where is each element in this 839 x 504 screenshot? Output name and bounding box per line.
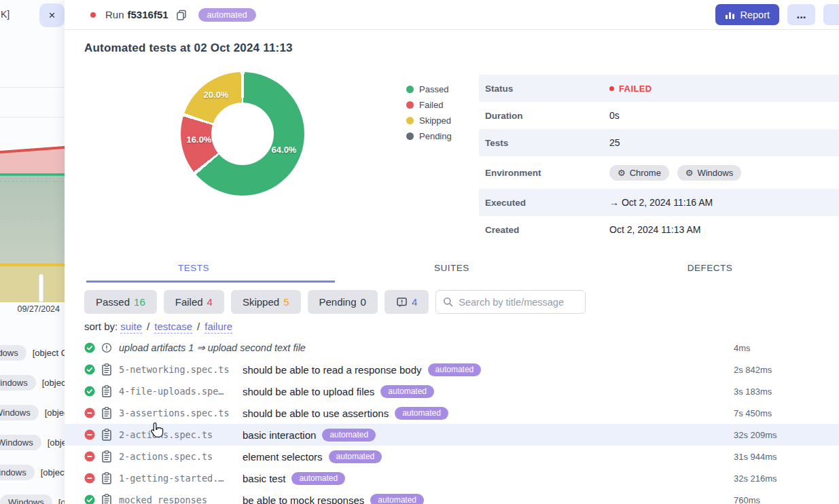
automated-badge: automated (322, 429, 376, 442)
clipboard-icon (101, 429, 112, 441)
close-icon[interactable]: × (39, 3, 65, 27)
gear-icon: ⚙ (618, 168, 626, 178)
test-file[interactable]: 5-networking.spec.ts (119, 364, 236, 375)
test-row[interactable]: 2-actions.spec.ts basic interaction auto… (65, 424, 839, 446)
results-donut-chart: 64.0% 16.0% 20.0% (181, 72, 304, 196)
test-title[interactable]: element selectors (243, 451, 323, 463)
test-row[interactable]: 1-getting-started.… basic test automated… (65, 467, 839, 489)
legend-item: Pending (406, 128, 452, 144)
environment-badge: Windows (0, 405, 39, 420)
report-button[interactable]: Report (715, 4, 779, 25)
test-row[interactable]: upload artifacts 1 ⇒ upload second text … (65, 337, 839, 359)
failed-icon (84, 429, 95, 440)
active-tab-underline (86, 281, 335, 283)
legend-dot (406, 86, 414, 93)
clipboard-icon (101, 363, 112, 376)
filter-button[interactable]: Skipped 5 (231, 290, 301, 314)
bar-chart-icon (725, 10, 735, 20)
tab-tests[interactable]: TESTS (65, 257, 323, 281)
environment-badge: Windows (0, 465, 35, 480)
environment-chip-windows[interactable]: ⚙Windows (677, 165, 741, 181)
run-history-item[interactable]: Windows [object Object],[object Object],… (0, 487, 65, 504)
detail-row-environment: Environment ⚙Chrome ⚙Windows (479, 156, 839, 189)
test-duration: 32s 216ms (734, 473, 777, 484)
test-title[interactable]: upload artifacts 1 ⇒ upload second text … (119, 342, 306, 353)
test-file[interactable]: 3-assertions.spec.ts (119, 408, 236, 418)
comment-count: 4 (412, 296, 417, 308)
run-history-item[interactable]: Windows [object Object],[object Object],… (0, 338, 65, 367)
filter-button[interactable]: Passed 16 (84, 290, 157, 314)
test-count: [object Object],[object Object],[object … (58, 497, 65, 504)
environment-chip-chrome[interactable]: ⚙Chrome (609, 165, 669, 181)
test-count: [object Object],[object Object],[object … (45, 408, 65, 418)
sort-by-testcase[interactable]: testcase (154, 321, 192, 334)
test-title[interactable]: should be able to read a response body (243, 364, 422, 376)
search-input[interactable] (459, 297, 574, 308)
detail-row-status: Status FAILED (479, 75, 839, 102)
test-file[interactable]: 2-actions.spec.ts (119, 451, 236, 462)
legend-dot (406, 101, 414, 109)
test-list: upload artifacts 1 ⇒ upload second text … (65, 337, 839, 504)
run-history-item[interactable]: Windows [object Object],[object Object],… (0, 367, 65, 397)
test-file[interactable]: 1-getting-started.… (119, 473, 236, 484)
automated-badge: automated (428, 363, 482, 376)
run-history-item[interactable]: Windows [object Object],[object Object],… (0, 457, 65, 487)
clipboard-icon (101, 407, 112, 419)
test-row[interactable]: 3-assertions.spec.ts should be able to u… (65, 402, 839, 424)
search-box[interactable] (435, 290, 586, 314)
passed-icon (84, 342, 95, 353)
filter-button[interactable]: Pending 0 (308, 290, 378, 314)
tab-bar: TESTS SUITES DEFECTS (65, 257, 839, 281)
tab-defects[interactable]: DEFECTS (581, 257, 839, 281)
tab-suites[interactable]: SUITES (323, 257, 581, 281)
failed-dot-icon (609, 86, 614, 91)
automated-badge: automated (291, 472, 345, 485)
legend-dot (406, 132, 414, 140)
test-file[interactable]: mocked responses (119, 494, 236, 504)
test-duration: 3s 183ms (734, 386, 772, 397)
legend-item: Failed (406, 97, 452, 113)
test-row[interactable]: 2-actions.spec.ts element selectors auto… (65, 446, 839, 467)
test-title[interactable]: basic interaction (243, 429, 316, 441)
test-file[interactable]: 4-file-uploads.spe… (119, 386, 236, 397)
environment-badge: Windows (0, 345, 26, 361)
test-title[interactable]: should be able to upload files (243, 386, 374, 397)
test-row[interactable]: 5-networking.spec.ts should be able to r… (65, 359, 839, 380)
filter-button[interactable]: Failed 4 (164, 290, 224, 314)
skipped-percent-label: 20.0% (204, 90, 229, 100)
environment-badge: Windows (0, 435, 41, 450)
run-history-item[interactable]: Windows [object Object],[object Object],… (0, 427, 65, 457)
test-title[interactable]: should be able to use assertions (243, 408, 389, 419)
automated-badge: automated (198, 8, 256, 22)
gear-icon: ⚙ (685, 168, 694, 178)
sort-by-failure[interactable]: failure (204, 321, 232, 334)
run-detail-panel: Run f5316f51 automated Report ... (65, 0, 839, 504)
run-history-item[interactable]: Windows [object Object],[object Object],… (0, 397, 65, 427)
run-history-list: Windows [object Object],[object Object],… (0, 338, 65, 504)
passed-icon (84, 386, 95, 397)
sort-by-suite[interactable]: suite (120, 321, 142, 334)
comment-icon (396, 297, 408, 308)
detail-row-executed: Executed → Oct 2, 2024 11:16 AM (479, 189, 839, 216)
clipboard-icon (101, 494, 112, 504)
test-duration: 31s 944ms (734, 452, 777, 462)
test-row[interactable]: 4-file-uploads.spe… should be able to up… (65, 380, 839, 402)
topbar: Run f5316f51 automated Report ... (65, 0, 839, 30)
passed-icon (84, 364, 95, 375)
test-file[interactable]: 2-actions.spec.ts (119, 429, 236, 440)
test-row[interactable]: mocked responses be able to mock respons… (65, 489, 839, 504)
copy-icon[interactable] (175, 9, 188, 21)
more-options-button[interactable]: ... (787, 4, 815, 25)
divider (0, 117, 65, 118)
comments-filter-button[interactable]: 4 (385, 290, 429, 314)
test-duration: 4ms (734, 343, 751, 353)
edge-button[interactable] (823, 4, 839, 25)
automated-badge: automated (395, 407, 448, 420)
test-title[interactable]: be able to mock responses (243, 494, 364, 504)
scrollbar[interactable] (39, 274, 43, 302)
automated-badge: automated (329, 450, 382, 463)
automated-badge: automated (380, 385, 434, 398)
environment-badge: Windows (0, 375, 36, 391)
test-title[interactable]: basic test (243, 473, 285, 484)
status-badge: FAILED (609, 84, 652, 94)
